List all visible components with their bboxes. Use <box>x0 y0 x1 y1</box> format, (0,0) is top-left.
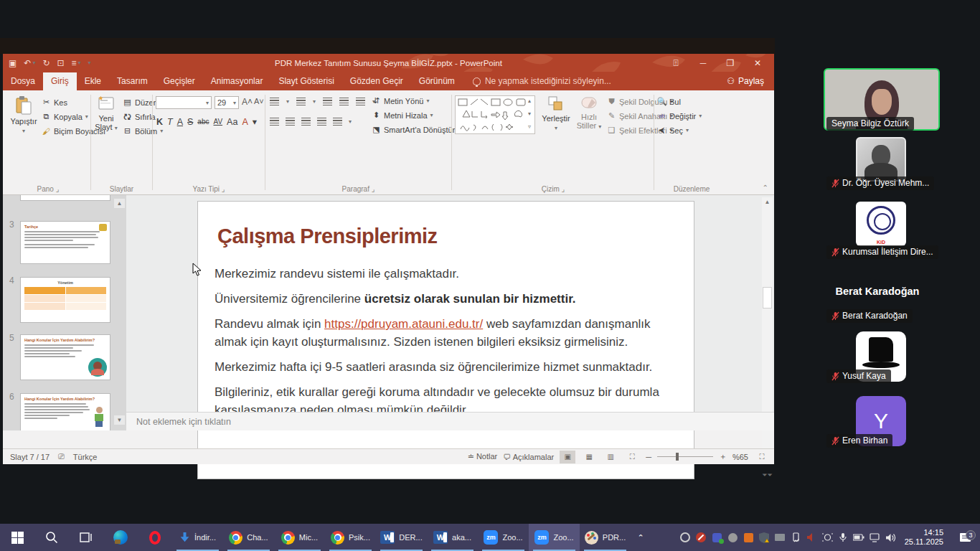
ppt-restore-icon[interactable]: ❐ <box>718 54 743 72</box>
decrease-indent-icon[interactable] <box>323 98 332 105</box>
tray-battery-icon[interactable] <box>853 532 865 544</box>
taskbar-app-chrome-1[interactable]: Cha... <box>223 524 274 551</box>
ppt-close-icon[interactable]: ✕ <box>745 54 770 72</box>
taskbar-app-zoom-2-active[interactable]: zm Zoo... <box>529 524 580 551</box>
text-direction-button[interactable]: ⇵Metin Yönü▾ <box>372 96 429 105</box>
increase-indent-icon[interactable] <box>339 98 349 105</box>
align-left-icon[interactable] <box>270 118 279 126</box>
display-settings-icon[interactable]: ⎚ <box>58 452 65 461</box>
underline-button[interactable]: A <box>175 117 185 127</box>
comments-toggle[interactable]: 🗩 Açıklamalar <box>503 453 554 461</box>
bullets-icon[interactable] <box>270 98 279 105</box>
slide-sorter-view-button[interactable]: ▦ <box>581 451 597 463</box>
zoom-slider[interactable] <box>657 456 713 457</box>
slide-body-text[interactable]: Merkezimiz randevu sistemi ile çalışmakt… <box>215 265 674 426</box>
tab-animasyonlar[interactable]: Animasyonlar <box>203 72 271 90</box>
tray-defender-icon[interactable] <box>758 532 771 544</box>
reset-button[interactable]: 🗘Sıfırla <box>123 112 156 121</box>
tab-giris[interactable]: Giriş <box>43 72 77 90</box>
participant-video-mehmet[interactable] <box>856 137 906 182</box>
undo-icon[interactable]: ↶▾ <box>24 58 35 68</box>
notes-placeholder[interactable]: Not eklemek için tıklatın <box>136 417 231 427</box>
align-text-button[interactable]: ⬍Metni Hizala▾ <box>372 110 433 120</box>
taskbar-app-downloads[interactable]: İndir... <box>172 524 223 551</box>
thumbnail-slide-6[interactable]: Hangi Konular İçin Yardım Alabilirim? <box>20 393 110 430</box>
slide-canvas[interactable]: Çalışma Prensiplerimiz Merkezimiz randev… <box>197 201 694 479</box>
taskbar-clock[interactable]: 14:15 25.11.2025 <box>900 528 949 547</box>
select-button[interactable]: ⮜Seç▾ <box>657 126 689 135</box>
thumbnails-scroll-up-icon[interactable]: ▲ <box>114 199 125 208</box>
replace-button[interactable]: abDeğiştir▾ <box>657 111 702 121</box>
notes-pane[interactable]: Not eklemek için tıklatın <box>126 412 774 430</box>
tray-camera-icon[interactable] <box>821 532 834 544</box>
taskbar-app-chrome-2[interactable]: Mic... <box>274 524 325 551</box>
tray-volume-icon[interactable] <box>885 532 897 544</box>
strikethrough-button[interactable]: abc <box>195 118 211 126</box>
convert-smartart-button[interactable]: ⬔SmartArt'a Dönüştür▾ <box>372 125 461 134</box>
find-button[interactable]: 🔍Bul <box>657 97 681 106</box>
thumbnail-slide-3[interactable]: Tarihçe <box>20 221 110 264</box>
taskbar-app-word-1[interactable]: W DER... <box>376 524 427 551</box>
ppt-title-bar[interactable]: ▣ ↶▾ ↻ ⊡ ≡▾ ▾ PDR Merkez Tanıtım Sunusu … <box>3 54 774 72</box>
align-center-icon[interactable] <box>286 118 295 126</box>
tray-java-icon[interactable] <box>743 532 755 544</box>
next-slide-icon[interactable]: ⏷⏷ <box>762 471 772 479</box>
tab-slayt-gosterisi[interactable]: Slayt Gösterisi <box>270 72 341 90</box>
redo-icon[interactable]: ↻ <box>42 58 50 68</box>
ribbon-display-options-icon[interactable]: ⍐ <box>664 54 688 72</box>
edge-taskbar-button[interactable] <box>103 524 138 551</box>
zoom-out-button[interactable]: ─ <box>646 453 651 461</box>
shadow-button[interactable]: S <box>185 117 195 127</box>
tray-teams-icon[interactable] <box>711 532 723 544</box>
quick-styles-button[interactable]: HızlıStiller ▾ <box>574 96 604 130</box>
taskbar-app-chrome-3[interactable]: Psik... <box>325 524 376 551</box>
slide-title[interactable]: Çalışma Prensiplerimiz <box>217 225 438 248</box>
customize-qat-icon[interactable]: ▾ <box>88 60 91 66</box>
scrollbar-thumb[interactable] <box>763 287 772 309</box>
slide-thumbnail-panel[interactable]: ▲ 3 Tarihçe 4 Yönetim 5 Hangi Ko <box>3 195 126 430</box>
copy-button[interactable]: ⧉Kopyala▾ <box>42 112 88 121</box>
numbering-icon[interactable] <box>296 98 306 105</box>
shapes-scroll-up-icon[interactable]: ▴ <box>528 98 531 104</box>
start-slideshow-icon[interactable]: ⊡ <box>57 58 64 68</box>
paste-button[interactable]: Yapıştır▾ <box>9 96 39 134</box>
search-button[interactable] <box>34 524 69 551</box>
tab-ekle[interactable]: Ekle <box>77 72 109 90</box>
columns-icon[interactable] <box>333 118 342 126</box>
taskbar-app-word-2[interactable]: W aka... <box>427 524 478 551</box>
arrange-button[interactable]: Yerleştir▾ <box>540 96 573 131</box>
tray-camera-off-icon[interactable] <box>695 532 707 544</box>
font-size-input[interactable]: 29▾ <box>215 96 239 109</box>
taskbar-overflow-chevron-icon[interactable]: ⌃ <box>631 524 651 551</box>
cut-button[interactable]: ✂Kes <box>42 98 67 107</box>
tray-monitor-icon[interactable] <box>774 532 786 544</box>
share-button[interactable]: ⚇ Paylaş <box>727 76 764 90</box>
thumbnail-slide-4[interactable]: Yönetim <box>20 277 110 323</box>
tab-tasarim[interactable]: Tasarım <box>109 72 156 90</box>
slide-hyperlink[interactable]: https://pdruyam.atauni.edu.tr/ <box>324 317 483 331</box>
shapes-gallery[interactable] <box>455 95 535 134</box>
language-indicator[interactable]: Türkçe <box>73 453 98 461</box>
line-spacing-icon[interactable] <box>356 98 365 105</box>
align-right-icon[interactable] <box>301 118 311 126</box>
zoom-in-button[interactable]: ＋ <box>719 451 727 462</box>
start-button[interactable] <box>0 524 34 551</box>
action-center-button[interactable]: 3 <box>953 532 977 543</box>
zoom-slider-thumb[interactable] <box>676 453 679 461</box>
font-color-button[interactable]: A <box>240 117 250 127</box>
task-view-button[interactable] <box>69 524 103 551</box>
tray-emoji-icon[interactable] <box>679 532 692 544</box>
normal-view-button[interactable]: ▣ <box>560 451 575 463</box>
shapes-scroll-down-icon[interactable]: ▾ <box>528 110 531 117</box>
tray-network-icon[interactable] <box>869 532 881 544</box>
dialog-launcher-icon[interactable]: ⌟ <box>56 185 60 193</box>
thumbnail-slide-5[interactable]: Hangi Konular İçin Yardım Alabilirim? <box>20 334 110 380</box>
grow-font-icon[interactable]: A˄ <box>242 97 253 107</box>
tab-gorunum[interactable]: Görünüm <box>411 72 463 90</box>
fit-slide-button[interactable]: ⛶ <box>754 451 770 463</box>
thumbnail-slide-2-partial[interactable] <box>20 195 110 201</box>
zoom-level[interactable]: %65 <box>732 453 748 461</box>
italic-button[interactable]: T <box>165 117 175 127</box>
ppt-minimize-icon[interactable]: ─ <box>691 54 715 72</box>
reading-view-button[interactable]: ▥ <box>603 451 618 463</box>
